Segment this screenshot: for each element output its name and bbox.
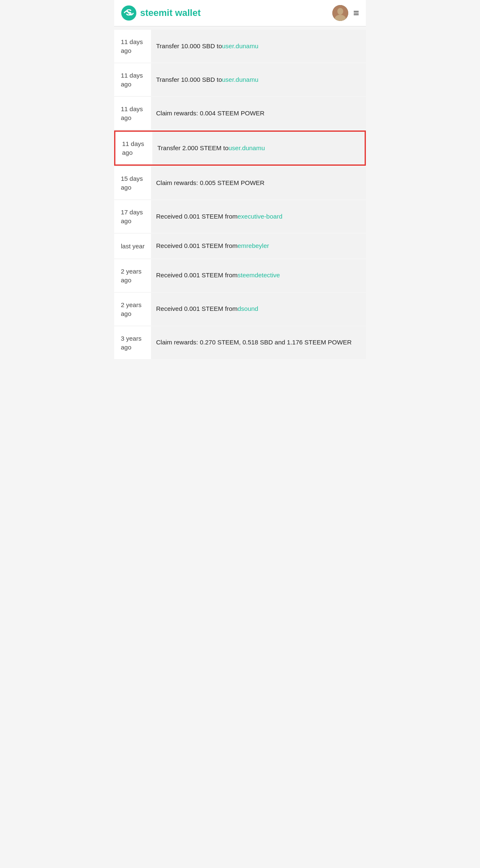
header-right: ≡ (332, 5, 359, 21)
transaction-time: 2 years ago (114, 259, 151, 292)
transaction-link[interactable]: user.dunamu (222, 75, 258, 85)
app-title: steemit wallet (140, 8, 201, 18)
transaction-row: 2 years agoReceived 0.001 STEEM from ste… (114, 259, 366, 292)
transaction-description: Received 0.001 STEEM from steemdetective (151, 259, 366, 292)
avatar-image (332, 5, 348, 21)
transaction-desc-text: Received 0.001 STEEM from (156, 241, 237, 251)
transaction-row: 17 days agoReceived 0.001 STEEM from exe… (114, 200, 366, 233)
transaction-row: last yearReceived 0.001 STEEM from emreb… (114, 234, 366, 258)
transaction-row: 11 days agoTransfer 2.000 STEEM to user.… (114, 130, 366, 166)
transaction-description: Transfer 10.000 SBD to user.dunamu (151, 30, 366, 63)
hamburger-menu-icon[interactable]: ≡ (353, 8, 359, 18)
transaction-link[interactable]: user.dunamu (229, 143, 265, 153)
transaction-time: 11 days ago (114, 63, 151, 96)
app-header: S steemit wallet ≡ (114, 0, 366, 26)
transaction-desc-text: Transfer 10.000 SBD to (156, 42, 222, 51)
transaction-description: Transfer 10.000 SBD to user.dunamu (151, 63, 366, 96)
transaction-link[interactable]: user.dunamu (222, 42, 258, 51)
transaction-time: 3 years ago (114, 326, 151, 359)
transaction-description: Received 0.001 STEEM from dsound (151, 293, 366, 326)
transaction-link[interactable]: steemdetective (237, 271, 280, 280)
transaction-description: Claim rewards: 0.004 STEEM POWER (151, 97, 366, 130)
transaction-desc-text: Received 0.001 STEEM from (156, 212, 237, 222)
transaction-time: 2 years ago (114, 293, 151, 326)
transaction-link[interactable]: emrebeyler (237, 241, 269, 251)
transaction-desc-text: Transfer 2.000 STEEM to (157, 143, 229, 153)
transaction-description: Claim rewards: 0.270 STEEM, 0.518 SBD an… (151, 326, 366, 359)
transaction-row: 15 days agoClaim rewards: 0.005 STEEM PO… (114, 167, 366, 199)
transaction-list: 11 days agoTransfer 10.000 SBD to user.d… (114, 26, 366, 363)
header-left: S steemit wallet (121, 5, 201, 21)
transaction-time: 15 days ago (114, 167, 151, 199)
svg-point-3 (337, 8, 343, 15)
transaction-description: Received 0.001 STEEM from executive-boar… (151, 200, 366, 233)
avatar[interactable] (332, 5, 348, 21)
logo-icon: S (121, 5, 137, 21)
transaction-time: last year (114, 234, 151, 258)
transaction-row: 2 years agoReceived 0.001 STEEM from dso… (114, 293, 366, 326)
transaction-description: Received 0.001 STEEM from emrebeyler (151, 234, 366, 258)
transaction-description: Claim rewards: 0.005 STEEM POWER (151, 167, 366, 199)
transaction-time: 11 days ago (115, 132, 152, 164)
transaction-link[interactable]: dsound (237, 304, 258, 314)
transaction-time: 11 days ago (114, 30, 151, 63)
transaction-row: 11 days agoTransfer 10.000 SBD to user.d… (114, 30, 366, 63)
transaction-link[interactable]: executive-board (237, 212, 282, 222)
transaction-time: 11 days ago (114, 97, 151, 130)
transaction-desc-text: Received 0.001 STEEM from (156, 271, 237, 280)
transaction-row: 3 years agoClaim rewards: 0.270 STEEM, 0… (114, 326, 366, 359)
transaction-desc-text: Transfer 10.000 SBD to (156, 75, 222, 85)
transaction-row: 11 days agoTransfer 10.000 SBD to user.d… (114, 63, 366, 96)
transaction-description: Transfer 2.000 STEEM to user.dunamu (152, 132, 365, 164)
transaction-desc-text: Received 0.001 STEEM from (156, 304, 237, 314)
transaction-row: 11 days agoClaim rewards: 0.004 STEEM PO… (114, 97, 366, 130)
transaction-time: 17 days ago (114, 200, 151, 233)
